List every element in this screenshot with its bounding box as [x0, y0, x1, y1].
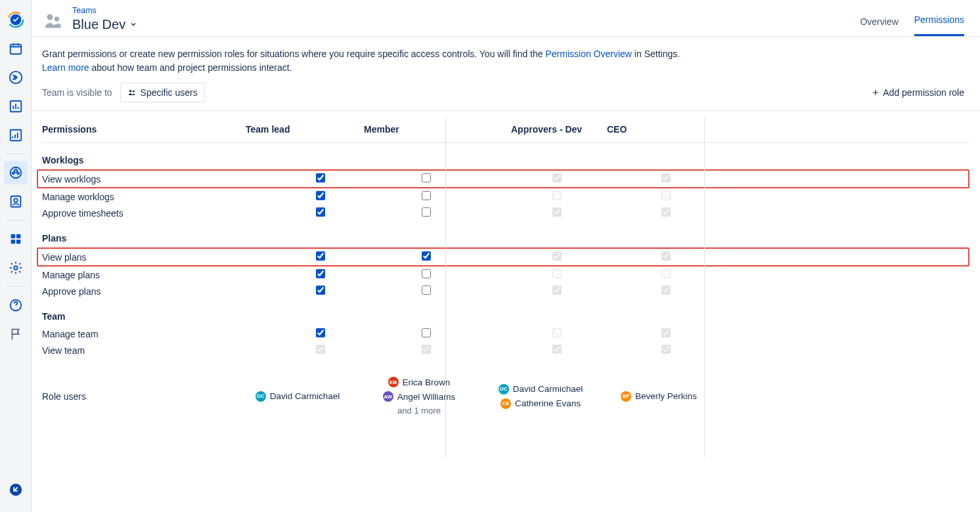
calendar-icon[interactable] [4, 37, 28, 60]
svg-point-8 [14, 169, 17, 173]
permissions-table: Permissions Team lead Member Approvers -… [32, 111, 980, 423]
svg-point-17 [14, 266, 18, 270]
cb-view-plans-lead[interactable] [316, 251, 325, 261]
tab-overview[interactable]: Overview [860, 7, 898, 36]
cb-approve-timesheets-member[interactable] [422, 207, 431, 217]
cb-view-plans-approvers [552, 251, 562, 261]
user-chip[interactable]: AWAngel Williams [383, 391, 456, 402]
page-header: Teams Blue Dev Overview Permissions [32, 0, 980, 37]
svg-rect-16 [16, 240, 20, 244]
col-member: Member [364, 124, 489, 135]
desc-text-3: about how team and project permissions i… [91, 62, 292, 73]
cb-approve-plans-ceo [661, 286, 671, 295]
cb-manage-worklogs-member[interactable] [422, 191, 431, 200]
description-text: Grant permissions or create new permissi… [32, 37, 980, 77]
report-bar-icon[interactable] [4, 95, 28, 118]
cb-view-worklogs-approvers [552, 173, 562, 182]
cb-manage-worklogs-ceo [661, 191, 671, 200]
cb-manage-team-member[interactable] [422, 328, 431, 337]
report-chart-icon[interactable] [4, 123, 28, 147]
user-chip[interactable]: EBErica Brown [388, 377, 451, 387]
user-chip[interactable]: DCDavid Carmichael [256, 391, 340, 402]
svg-rect-13 [11, 234, 14, 238]
settings-icon[interactable] [4, 256, 28, 280]
perm-label: View worklogs [42, 174, 246, 184]
perm-label: Approve timesheets [42, 208, 246, 219]
expand-icon[interactable] [4, 66, 28, 89]
team-name-dropdown[interactable]: Blue Dev [72, 16, 137, 32]
cb-manage-worklogs-lead[interactable] [316, 191, 325, 200]
sidebar [0, 0, 32, 512]
svg-rect-3 [10, 45, 21, 54]
controls-row: Team is visible to Specific users Add pe… [32, 77, 980, 111]
learn-more-link[interactable]: Learn more [42, 62, 89, 73]
perm-label: Manage plans [42, 270, 246, 280]
avatar: AW [383, 391, 393, 402]
cb-view-worklogs-ceo [661, 173, 671, 182]
teams-icon[interactable] [4, 161, 28, 184]
chevron-down-icon [129, 20, 137, 28]
avatar: DC [256, 391, 266, 402]
cb-manage-plans-member[interactable] [422, 269, 431, 278]
cb-manage-plans-ceo [661, 269, 671, 278]
col-ceo: CEO [607, 124, 725, 135]
perm-label: View team [42, 345, 246, 356]
add-permission-role-button[interactable]: Add permission role [871, 87, 964, 98]
perm-label: Approve plans [42, 286, 246, 297]
logo-icon[interactable] [4, 8, 28, 32]
user-name: David Carmichael [270, 391, 340, 401]
cb-approve-plans-lead[interactable] [316, 286, 325, 295]
perm-label: Manage team [42, 329, 246, 339]
permission-overview-link[interactable]: Permission Overview [545, 49, 631, 59]
cb-view-team-approvers [552, 345, 562, 354]
main-content: Teams Blue Dev Overview Permissions Gran… [32, 0, 980, 512]
role-users-row: Role users DCDavid Carmichael EBErica Br… [42, 358, 969, 416]
cb-view-team-lead [316, 345, 325, 354]
col-team-lead: Team lead [246, 124, 364, 135]
specific-users-label: Specific users [141, 87, 198, 98]
row-approve-timesheets: Approve timesheets [42, 205, 969, 221]
cb-view-plans-member[interactable] [422, 251, 431, 261]
flag-icon[interactable] [4, 322, 28, 346]
apps-icon[interactable] [4, 227, 28, 251]
avatar: CE [501, 398, 511, 409]
user-chip[interactable]: DCDavid Carmichael [499, 384, 583, 395]
sidebar-divider [7, 154, 25, 154]
pin-icon[interactable] [4, 478, 28, 501]
row-manage-team: Manage team [42, 326, 969, 342]
cb-approve-plans-approvers [552, 286, 562, 295]
cb-manage-team-approvers [552, 328, 562, 337]
section-worklogs: Worklogs [42, 143, 969, 169]
and-more-link[interactable]: and 1 more [397, 406, 441, 416]
cb-manage-worklogs-approvers [552, 191, 562, 200]
row-view-team: View team [42, 342, 969, 358]
tab-permissions[interactable]: Permissions [914, 5, 964, 36]
perm-label: View plans [42, 252, 246, 263]
specific-users-button[interactable]: Specific users [120, 83, 205, 102]
plus-icon [871, 88, 880, 97]
desc-text-2: in Settings. [635, 49, 680, 59]
svg-point-9 [12, 172, 14, 174]
help-icon[interactable] [4, 293, 28, 317]
cb-approve-timesheets-lead[interactable] [316, 207, 325, 217]
user-chip[interactable]: CECatherine Evans [501, 398, 581, 409]
svg-point-10 [17, 172, 19, 174]
team-avatar-icon [42, 9, 66, 33]
col-approvers: Approvers - Dev [489, 124, 607, 135]
cb-manage-team-lead[interactable] [316, 328, 325, 337]
cb-approve-plans-member[interactable] [422, 286, 431, 295]
cb-view-team-member [422, 345, 431, 354]
cb-view-worklogs-lead[interactable] [316, 173, 325, 182]
cb-manage-plans-lead[interactable] [316, 269, 325, 278]
svg-rect-15 [11, 240, 14, 244]
cb-view-worklogs-member[interactable] [422, 173, 431, 182]
breadcrumb-teams[interactable]: Teams [72, 7, 137, 15]
row-manage-plans: Manage plans [42, 267, 969, 283]
desc-text-1: Grant permissions or create new permissi… [42, 49, 545, 59]
user-icon[interactable] [4, 190, 28, 213]
cb-approve-timesheets-approvers [552, 207, 562, 217]
visibility-label: Team is visible to [42, 87, 112, 98]
user-chip[interactable]: BPBeverly Perkins [621, 391, 697, 402]
row-view-worklogs: View worklogs [37, 169, 969, 188]
perm-label: Manage worklogs [42, 192, 246, 202]
